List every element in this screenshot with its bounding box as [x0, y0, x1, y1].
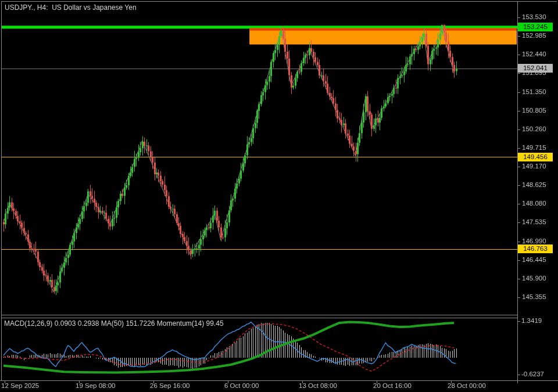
price-tick-label: 150.805	[522, 107, 546, 114]
indicator-scale-max: 1.3419	[521, 317, 542, 324]
time-tick-label: 13 Oct 08:00	[299, 382, 337, 389]
price-tick-label: 148.080	[522, 200, 546, 207]
chart-window: USDJPY., H4: US Dollar vs Japanese Yen M…	[0, 0, 558, 392]
current-price-badge: 152.041	[518, 64, 553, 73]
time-tick-label: 19 Sep 08:00	[76, 382, 115, 389]
price-tick-label: 152.440	[522, 51, 546, 57]
price-tick-label: 153.530	[522, 13, 546, 20]
time-tick-label: 12 Sep 2025	[1, 382, 39, 389]
price-tick-label: 152.985	[522, 32, 546, 39]
level-price-badge: 146.763	[518, 244, 553, 253]
price-tick-label: 148.625	[522, 181, 546, 188]
price-chart-canvas[interactable]	[0, 0, 558, 392]
time-tick-label: 26 Sep 16:00	[150, 382, 189, 389]
price-tick-label: 145.900	[522, 275, 546, 282]
price-tick-label: 145.355	[522, 293, 546, 300]
price-tick-label: 146.445	[522, 256, 546, 263]
price-tick-label: 151.350	[522, 88, 546, 95]
price-tick-label: 146.990	[522, 238, 546, 244]
chart-title: USDJPY., H4: US Dollar vs Japanese Yen	[5, 3, 137, 12]
time-tick-label: 6 Oct 00:00	[224, 382, 259, 389]
price-tick-label: 149.715	[522, 144, 546, 151]
price-tick-label: 150.260	[522, 125, 546, 132]
indicator-scale-min: -0.6237	[521, 371, 544, 377]
price-tick-label: 149.170	[522, 163, 546, 170]
price-tick-label: 147.535	[522, 218, 546, 225]
level-price-badge: 149.456	[518, 153, 553, 161]
level-price-badge: 153.245	[518, 23, 553, 31]
time-tick-label: 28 Oct 00:00	[448, 382, 486, 389]
time-tick-label: 20 Oct 16:00	[373, 382, 412, 389]
indicator-values-label: MACD(12,26,9) 0.0903 0.2938 MA(50) 151.7…	[4, 319, 224, 328]
